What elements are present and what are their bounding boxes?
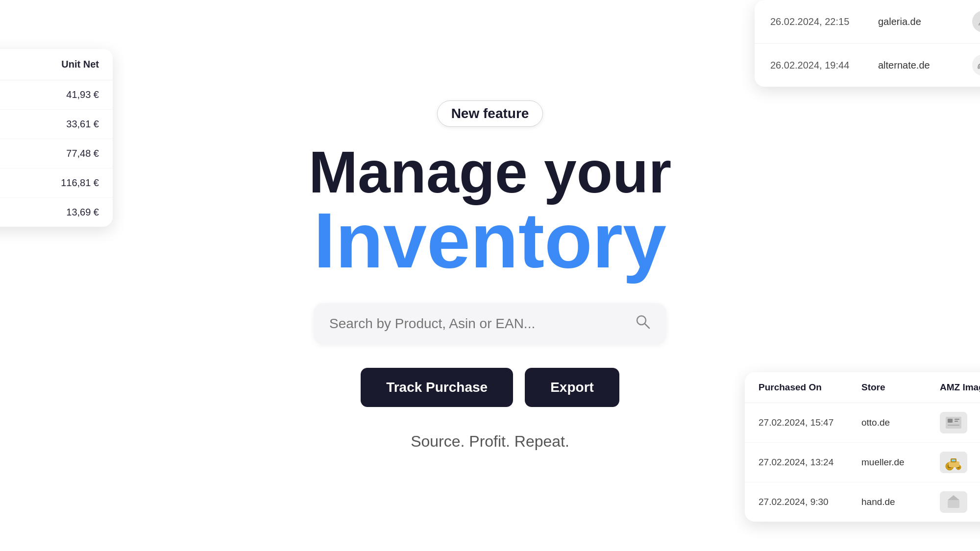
button-row: Track Purchase Export — [361, 368, 619, 407]
headline-line1: Manage your — [309, 143, 671, 201]
export-button[interactable]: Export — [525, 368, 619, 407]
search-icon — [635, 314, 651, 334]
headline-line2: Inventory — [309, 201, 671, 280]
main-content: New feature Manage your Inventory Track … — [0, 0, 980, 551]
headline-block: Manage your Inventory — [309, 143, 671, 280]
svg-line-18 — [645, 324, 649, 328]
new-feature-badge: New feature — [437, 100, 543, 127]
search-input[interactable] — [329, 316, 635, 332]
track-purchase-button[interactable]: Track Purchase — [361, 368, 513, 407]
search-bar[interactable] — [314, 303, 666, 344]
tagline: Source. Profit. Repeat. — [411, 432, 569, 451]
